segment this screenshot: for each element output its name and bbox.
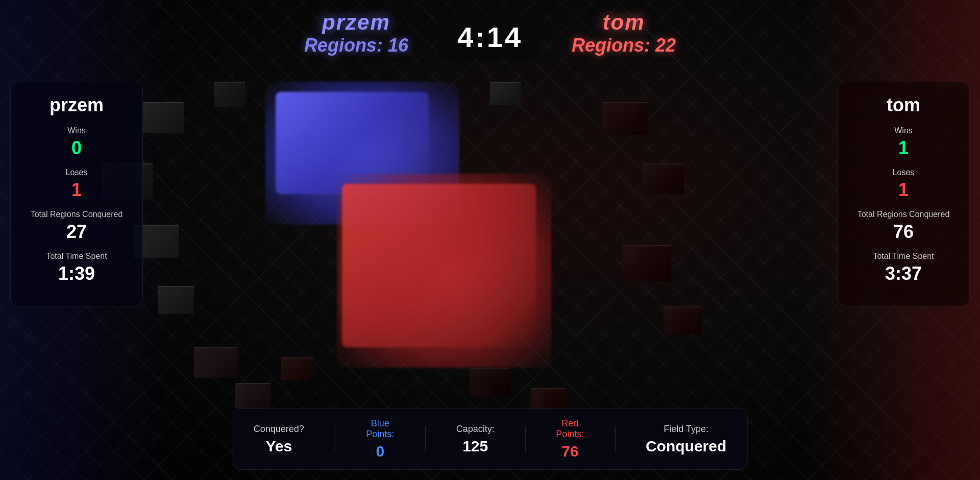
deco-cube-12 — [664, 306, 702, 334]
divider-1 — [335, 426, 335, 452]
blue-points-stat: Blue Points: 0 — [365, 418, 395, 460]
player1-loses-block: Loses 1 — [21, 168, 132, 201]
deco-cube-1 — [143, 102, 184, 133]
deco-cube-9 — [602, 102, 648, 135]
timer-box: 4:14 — [439, 14, 541, 60]
player1-loses-label: Loses — [21, 168, 132, 177]
deco-cube-11 — [623, 245, 671, 281]
game-background — [0, 0, 980, 480]
divider-3 — [525, 426, 526, 452]
player2-name-header: tom — [572, 10, 676, 35]
player1-wins-block: Wins 0 — [21, 126, 132, 159]
divider-4 — [615, 426, 615, 452]
blue-points-value: 0 — [365, 443, 395, 460]
player1-regions-label: Regions: — [304, 35, 383, 56]
player1-regions-conquered-label: Total Regions Conquered — [21, 210, 132, 219]
player2-regions-header: Regions: 22 — [572, 35, 676, 56]
player1-header: przem Regions: 16 — [304, 10, 408, 56]
capacity-value: 125 — [456, 438, 495, 455]
player1-regions-count: 16 — [388, 35, 408, 56]
player2-regions-conquered-label: Total Regions Conquered — [848, 210, 959, 219]
player2-wins-block: Wins 1 — [848, 126, 959, 159]
player2-time-value: 3:37 — [848, 263, 959, 284]
player2-stats-panel: tom Wins 1 Loses 1 Total Regions Conquer… — [837, 82, 970, 306]
red-points-stat: Red Points: 76 — [556, 418, 584, 460]
deco-cube-13 — [490, 82, 521, 105]
player1-regions-conquered-value: 27 — [21, 221, 132, 243]
player1-name-header: przem — [304, 10, 408, 35]
player2-wins-value: 1 — [848, 137, 959, 159]
player2-loses-label: Loses — [848, 168, 959, 177]
blue-points-label: Blue Points: — [365, 418, 395, 440]
player2-time-block: Total Time Spent 3:37 — [848, 252, 959, 284]
player1-loses-value: 1 — [21, 179, 132, 201]
player2-regions-conquered-value: 76 — [848, 221, 959, 243]
red-points-value: 76 — [556, 443, 584, 460]
player2-loses-block: Loses 1 — [848, 168, 959, 201]
red-region-cluster — [337, 174, 551, 368]
player1-wins-value: 0 — [21, 137, 132, 159]
player1-time-label: Total Time Spent — [21, 252, 132, 261]
player2-loses-value: 1 — [848, 179, 959, 201]
conquered-stat: Conquered? Yes — [254, 424, 304, 455]
player2-wins-label: Wins — [848, 126, 959, 135]
deco-cube-10 — [643, 163, 684, 194]
deco-cube-6 — [194, 347, 237, 378]
player1-regions-block: Total Regions Conquered 27 — [21, 210, 132, 243]
deco-cube-14 — [470, 368, 510, 396]
player2-regions-block: Total Regions Conquered 76 — [848, 210, 959, 243]
red-points-label: Red Points: — [556, 418, 584, 440]
player1-time-block: Total Time Spent 1:39 — [21, 252, 132, 284]
player1-name: przem — [21, 94, 132, 116]
capacity-label: Capacity: — [456, 424, 495, 435]
player2-header: tom Regions: 22 — [572, 10, 676, 56]
divider-2 — [425, 426, 426, 452]
player1-regions-header: Regions: 16 — [304, 35, 408, 56]
field-type-label: Field Type: — [646, 424, 726, 435]
deco-cube-7 — [235, 383, 271, 409]
conquered-label: Conquered? — [254, 424, 304, 435]
conquered-value: Yes — [254, 438, 304, 455]
bottom-info-bar: Conquered? Yes Blue Points: 0 Capacity: … — [233, 409, 748, 470]
player1-time-value: 1:39 — [21, 263, 132, 284]
deco-cube-8 — [281, 357, 314, 380]
header: przem Regions: 16 4:14 tom Regions: 22 — [0, 0, 980, 71]
capacity-stat: Capacity: 125 — [456, 424, 495, 455]
deco-cube-4 — [158, 286, 194, 314]
player2-name: tom — [848, 94, 959, 116]
player1-stats-panel: przem Wins 0 Loses 1 Total Regions Conqu… — [10, 82, 143, 306]
player2-time-label: Total Time Spent — [848, 252, 959, 261]
field-type-stat: Field Type: Conquered — [646, 424, 726, 455]
player2-regions-label: Regions: — [572, 35, 650, 56]
player2-regions-count: 22 — [655, 35, 676, 56]
field-type-value: Conquered — [646, 438, 726, 455]
game-timer: 4:14 — [457, 20, 523, 54]
deco-cube-5 — [214, 82, 245, 107]
player1-wins-label: Wins — [21, 126, 132, 135]
